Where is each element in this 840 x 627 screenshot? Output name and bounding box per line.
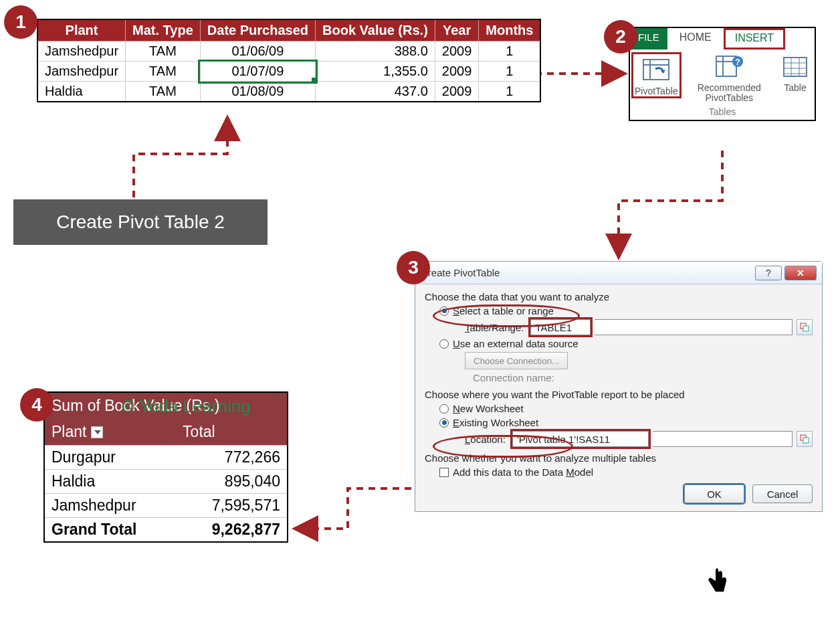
pivot-row: Jamshedpur7,595,571 [45,493,287,517]
selected-cell[interactable]: 01/07/09 [200,62,315,82]
pivot-gt-label: Grand Total [45,518,181,541]
choose-connection-button: Choose Connection... [465,352,568,369]
close-button[interactable]: ✕ [784,266,817,280]
col-book-value: Book Value (Rs.) [316,19,435,41]
connection-name-label: Connection name: [473,372,813,383]
ribbon-tabs: FILE HOME INSERT [630,28,815,50]
recommended-pivottables-button[interactable]: ? Recommended PivotTables [681,52,777,105]
checkbox-data-model[interactable] [439,468,449,477]
pivottable-button[interactable]: PivotTable [631,52,681,98]
cell[interactable]: TAM [126,82,201,102]
cell[interactable]: 2009 [435,41,479,62]
dialog-titlebar[interactable]: Create PivotTable ? ✕ [415,262,822,284]
cell[interactable]: 1,355.0 [316,62,435,82]
pivot-val: 772,266 [181,446,287,469]
svg-rect-16 [803,326,809,331]
recommended-pivot-label: Recommended PivotTables [698,82,761,103]
range-selector-icon [800,323,809,332]
highlight-oval-select-range [433,304,580,327]
pivot-gt-value: 9,262,877 [181,518,287,541]
dropdown-icon[interactable] [91,426,103,438]
cursor-hand-icon [704,566,730,605]
table-button[interactable]: Table [777,52,813,94]
cell[interactable]: 1 [479,82,541,102]
pivot-grand-total: Grand Total9,262,877 [45,517,287,541]
table-row: Haldia TAM 01/08/09 437.0 2009 1 [37,82,540,102]
table-header-row: Plant Mat. Type Date Purchased Book Valu… [37,19,540,41]
step-badge-1: 1 [4,5,37,39]
step-badge-3: 3 [397,251,430,284]
recommended-pivot-icon: ? [714,54,744,82]
cell[interactable]: Jamshedpur [37,62,126,82]
range-selector-button[interactable] [797,319,813,335]
step-badge-4: 4 [20,388,54,422]
dialog-title: Create PivotTable [421,267,500,278]
radio-existing-worksheet[interactable] [439,418,449,428]
source-data-table: Plant Mat. Type Date Purchased Book Valu… [37,19,541,102]
pivot-key: Jamshedpur [45,494,181,517]
caption-create-pivot-table-2: Create Pivot Table 2 [13,199,268,245]
radio-new-worksheet[interactable] [439,404,449,414]
pivot-row: Durgapur772,266 [45,445,287,469]
pivot-val: 895,040 [181,470,287,493]
col-date-purchased: Date Purchased [200,19,315,41]
pivottable-icon [641,57,671,85]
radio-existing-worksheet-label: Existing Worksheet [453,417,538,428]
cancel-button[interactable]: Cancel [752,484,813,503]
ribbon-group-label: Tables [630,106,815,120]
cell[interactable]: 1 [479,41,541,62]
ok-button[interactable]: OK [684,484,744,503]
help-button[interactable]: ? [755,266,782,280]
cell[interactable]: TAM [126,62,201,82]
radio-external-source[interactable] [439,339,449,349]
radio-new-worksheet-label: New Worksheet [453,403,524,414]
location-selector-button[interactable] [797,431,813,447]
step-badge-2: 2 [604,20,637,54]
col-mat-type: Mat. Type [126,19,201,41]
cell[interactable]: 388.0 [316,41,435,62]
cell[interactable]: 437.0 [316,82,435,102]
ribbon-insert: FILE HOME INSERT PivotTable ? Recommende… [629,27,816,121]
range-selector-icon [800,434,809,444]
col-months: Months [479,19,541,41]
pivot-col-total: Total [183,423,215,441]
cell[interactable]: 01/08/09 [200,82,315,102]
table-row: Jamshedpur TAM 01/06/09 388.0 2009 1 [37,41,540,62]
tab-home[interactable]: HOME [667,28,724,50]
cell[interactable]: 2009 [435,62,479,82]
cell[interactable]: Jamshedpur [37,41,126,62]
table-row: Jamshedpur TAM 01/07/09 1,355.0 2009 1 [37,62,540,82]
cell[interactable]: Haldia [37,82,126,102]
cell[interactable]: 1 [479,62,541,82]
col-plant: Plant [37,19,126,41]
pivot-column-header: Plant Total [45,419,287,445]
pivot-row: Haldia895,040 [45,469,287,493]
svg-rect-18 [803,438,809,443]
highlight-oval-existing-worksheet [433,435,573,458]
svg-text:?: ? [735,57,740,67]
pivot-key: Haldia [45,470,181,493]
pivottable-label: PivotTable [635,86,678,96]
cell[interactable]: TAM [126,41,201,62]
cell[interactable]: 2009 [435,82,479,102]
checkbox-data-model-label: Add this data to the Data Model [453,466,593,478]
create-pivottable-dialog: Create PivotTable ? ✕ Choose the data th… [415,261,823,512]
pivot-val: 7,595,571 [181,494,287,517]
tab-insert[interactable]: INSERT [724,28,785,50]
pivot-key: Durgapur [45,446,181,469]
pivot-col-plant: Plant [51,423,177,441]
cell[interactable]: 01/06/09 [200,41,315,62]
table-icon [780,54,811,82]
dialog-section-1: Choose the data that you want to analyze [425,291,813,302]
col-year: Year [435,19,479,41]
radio-external-source-label: Use an external data source [453,338,579,349]
table-label: Table [784,82,806,93]
watermark: © Yoda Learning [122,396,251,417]
dialog-section-2: Choose where you want the PivotTable rep… [425,389,813,400]
